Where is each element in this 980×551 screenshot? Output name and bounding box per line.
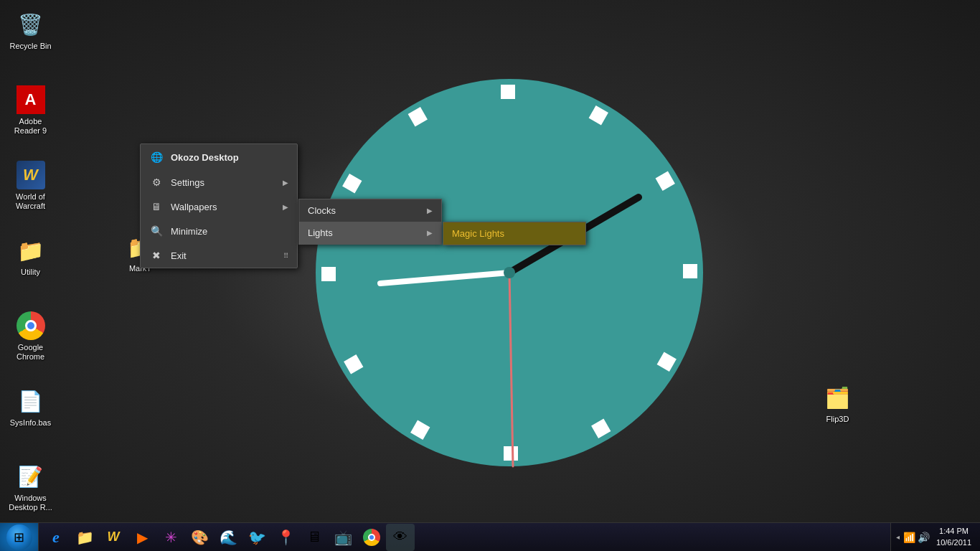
chrome-icon — [17, 311, 45, 340]
clock-time: 1:44 PM — [939, 526, 969, 537]
sysinfo-label: SysInfo.bas — [10, 418, 51, 428]
desktop-icon-flip3d[interactable]: 🗂️ Flip3D — [811, 380, 864, 427]
desktop-icon-recycle-bin[interactable]: 🗑️ Recycle Bin — [4, 7, 57, 54]
utility-icon: 📁 — [17, 236, 45, 265]
tray-expand-button[interactable]: ◂ — [894, 533, 902, 541]
start-button[interactable]: ⊞ — [0, 523, 39, 552]
context-menu-exit[interactable]: ✖ Exit ⠿ — [141, 243, 297, 268]
desktop: 🗑️ Recycle Bin A Adobe Reader 9 W World … — [0, 0, 980, 522]
magic-lights-item[interactable]: Magic Lights — [443, 222, 585, 245]
taskbar-explorer[interactable]: 📁 — [70, 524, 99, 551]
windows-desktop-icon: 📝 — [17, 462, 45, 491]
desktop-icon-utility[interactable]: 📁 Utility — [4, 233, 57, 280]
clock-widget[interactable] — [301, 65, 717, 481]
wow-label: World of Warcraft — [6, 192, 55, 211]
settings-icon: ⚙ — [149, 175, 164, 189]
svg-rect-1 — [501, 85, 515, 99]
flip3d-label: Flip3D — [826, 415, 849, 424]
recycle-bin-icon: 🗑️ — [17, 10, 45, 39]
svg-rect-4 — [683, 264, 697, 278]
taskbar-wow[interactable]: W — [99, 524, 128, 551]
taskbar: ⊞ e 📁 W ▶ ✳ 🎨 🌊 🐦 📍 🖥 📺 👁 — [0, 522, 980, 551]
taskbar-multimonitor[interactable]: 🖥 — [300, 524, 329, 551]
desktop-icon-adobe[interactable]: A Adobe Reader 9 — [4, 83, 57, 138]
taskbar-media[interactable]: ▶ — [128, 524, 156, 551]
settings-arrow: ▶ — [283, 179, 288, 187]
system-tray: ◂ 📶 🔊 1:44 PM 10/6/2011 — [890, 523, 980, 552]
tray-signal-icon: 📶 — [902, 524, 916, 551]
wallpapers-icon: 🖥 — [149, 199, 164, 214]
taskbar-color[interactable]: 🎨 — [185, 524, 214, 551]
svg-rect-7 — [504, 446, 518, 461]
minimize-icon: 🔍 — [149, 224, 164, 238]
windows-desktop-label: Windows Desktop R... — [6, 494, 55, 512]
taskbar-twitter[interactable]: 🐦 — [242, 524, 271, 551]
context-menu: 🌐 Okozo Desktop ⚙ Settings ▶ Clocks ▶ Li… — [140, 143, 298, 268]
svg-point-16 — [504, 267, 515, 278]
sysinfo-icon: 📄 — [17, 387, 45, 415]
context-menu-wallpapers[interactable]: 🖥 Wallpapers ▶ — [141, 194, 297, 219]
desktop-icon-wow[interactable]: W World of Warcraft — [4, 158, 57, 214]
context-menu-settings[interactable]: ⚙ Settings ▶ Clocks ▶ Lights ▶ Magic Lig… — [141, 170, 297, 194]
context-menu-minimize[interactable]: 🔍 Minimize — [141, 219, 297, 243]
clock-display[interactable]: 1:44 PM 10/6/2011 — [930, 523, 977, 552]
lights-arrow: ▶ — [427, 229, 433, 237]
taskbar-okozo[interactable]: 👁 — [386, 524, 415, 551]
chrome-label: Google Chrome — [6, 343, 55, 362]
okozo-icon: 🌐 — [149, 150, 164, 164]
desktop-icon-chrome[interactable]: Google Chrome — [4, 309, 57, 364]
adobe-icon: A — [17, 85, 45, 114]
taskbar-maps[interactable]: 📍 — [271, 524, 300, 551]
taskbar-pinwheel[interactable]: ✳ — [156, 524, 185, 551]
utility-label: Utility — [21, 268, 40, 277]
taskbar-chrome[interactable] — [357, 524, 386, 551]
wow-icon: W — [17, 161, 45, 189]
flip3d-icon: 🗂️ — [824, 383, 852, 412]
recycle-bin-label: Recycle Bin — [9, 42, 51, 51]
desktop-icon-windows-desktop[interactable]: 📝 Windows Desktop R... — [4, 459, 57, 515]
submenu-lights[interactable]: Lights ▶ Magic Lights — [299, 222, 441, 244]
svg-rect-10 — [321, 267, 336, 281]
adobe-label: Adobe Reader 9 — [6, 117, 55, 136]
start-orb: ⊞ — [6, 524, 32, 550]
taskbar-weather[interactable]: 🌊 — [214, 524, 242, 551]
taskbar-vnc[interactable]: 📺 — [329, 524, 357, 551]
clock-date: 10/6/2011 — [936, 537, 971, 548]
taskbar-ie[interactable]: e — [42, 524, 70, 551]
submenu-clocks[interactable]: Clocks ▶ — [299, 199, 441, 222]
tray-volume-icon[interactable]: 🔊 — [916, 524, 930, 551]
submenu-wallpapers: Clocks ▶ Lights ▶ Magic Lights — [298, 199, 442, 245]
exit-dots: ⠿ — [283, 252, 288, 260]
submenu-lights-options: Magic Lights — [443, 222, 586, 245]
wallpapers-arrow: ▶ — [283, 203, 288, 211]
exit-icon: ✖ — [149, 248, 164, 263]
desktop-icon-sysinfo[interactable]: 📄 SysInfo.bas — [4, 384, 57, 430]
clocks-arrow: ▶ — [427, 207, 433, 215]
taskbar-icons: e 📁 W ▶ ✳ 🎨 🌊 🐦 📍 🖥 📺 👁 — [39, 523, 418, 552]
context-menu-title: 🌐 Okozo Desktop — [141, 144, 297, 170]
